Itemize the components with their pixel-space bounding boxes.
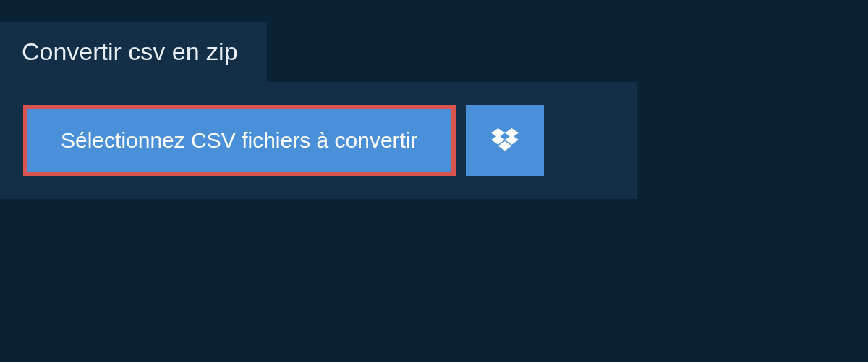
dropbox-icon [491, 128, 519, 153]
dropbox-button[interactable] [466, 105, 544, 176]
select-files-label: Sélectionnez CSV fichiers à convertir [61, 128, 418, 153]
tab-header: Convertir csv en zip [0, 22, 267, 82]
upload-panel: Sélectionnez CSV fichiers à convertir [0, 82, 637, 199]
select-button-highlight: Sélectionnez CSV fichiers à convertir [23, 105, 456, 176]
button-row: Sélectionnez CSV fichiers à convertir [23, 105, 613, 176]
tab-title: Convertir csv en zip [22, 38, 238, 66]
select-files-button[interactable]: Sélectionnez CSV fichiers à convertir [27, 109, 451, 172]
